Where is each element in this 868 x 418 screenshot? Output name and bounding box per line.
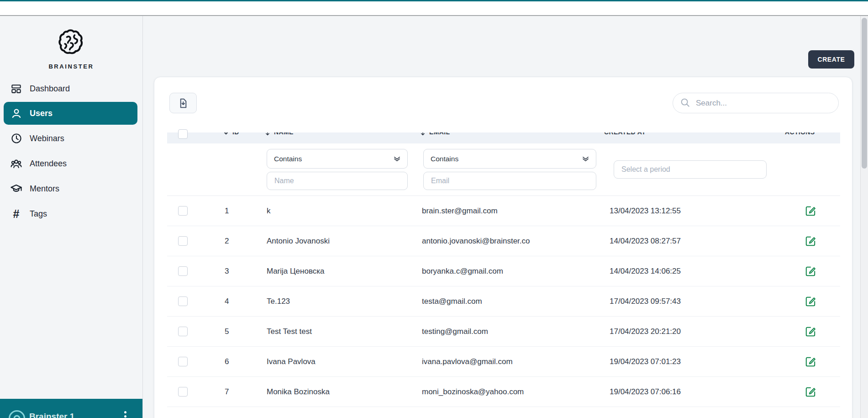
cell-email: antonio.jovanoski@brainster.co — [422, 226, 530, 256]
cell-created-at: 13/04/2023 13:12:55 — [610, 196, 681, 226]
file-download-icon — [177, 97, 189, 109]
row-checkbox[interactable] — [178, 236, 188, 246]
cell-name: k — [267, 196, 271, 226]
filter-row: Contains Contains — [167, 143, 840, 196]
table-body: 1 k brain.ster@gmail.com 13/04/2023 13:1… — [167, 196, 840, 407]
top-bar — [0, 0, 868, 16]
name-filter-operator-select[interactable]: Contains — [267, 149, 408, 169]
table-row: 5 Test Test test testing@gmail.com 17/04… — [167, 317, 840, 347]
sidebar-item-dashboard[interactable]: Dashboard — [4, 77, 137, 100]
period-filter-input[interactable] — [614, 160, 767, 179]
cell-created-at: 17/04/2023 20:21:20 — [610, 317, 681, 347]
edit-row-button[interactable] — [804, 205, 816, 217]
row-checkbox[interactable] — [178, 266, 188, 276]
search-box — [673, 93, 839, 113]
edit-pencil-icon — [805, 265, 816, 277]
cell-name: Ivana Pavlova — [267, 347, 316, 377]
brainster-logo-icon — [56, 28, 87, 59]
cell-name: Antonio Jovanoski — [267, 226, 330, 256]
edit-row-button[interactable] — [804, 356, 816, 368]
cell-id: 7 — [225, 377, 229, 407]
chevron-down-icon — [582, 156, 589, 162]
sidebar-item-label: Dashboard — [30, 84, 70, 94]
table-row: 3 Marija Ценовска boryanka.c@gmail.com 1… — [167, 256, 840, 286]
cell-email: brain.ster@gmail.com — [422, 196, 498, 226]
edit-pencil-icon — [805, 296, 816, 307]
search-input[interactable] — [696, 99, 828, 108]
email-filter-input[interactable] — [423, 172, 596, 190]
cell-created-at: 14/04/2023 08:27:57 — [610, 226, 681, 256]
row-checkbox[interactable] — [178, 387, 188, 397]
account-bar[interactable]: Brainster 1 — [0, 399, 143, 418]
search-icon — [680, 98, 691, 108]
row-checkbox[interactable] — [178, 357, 188, 366]
cell-email: boryanka.c@gmail.com — [422, 256, 503, 286]
cell-name: Test Test test — [267, 317, 312, 347]
user-icon — [10, 107, 22, 120]
edit-row-button[interactable] — [804, 326, 816, 338]
sidebar-item-tags[interactable]: # Tags — [4, 202, 137, 225]
create-button[interactable]: CREATE — [808, 50, 854, 69]
clock-icon — [10, 132, 22, 145]
cell-created-at: 14/04/2023 14:06:25 — [610, 256, 681, 286]
users-table: ID NAME EMAIL CREATED AT — [167, 121, 840, 418]
cell-id: 4 — [225, 286, 229, 317]
cell-email: moni_bozinoska@yahoo.com — [422, 377, 524, 407]
sidebar-item-users[interactable]: Users — [4, 102, 137, 125]
sidebar-item-label: Tags — [30, 209, 47, 219]
kebab-menu-icon[interactable] — [124, 411, 126, 418]
cell-email: ivana.pavlova@gmail.com — [422, 347, 513, 377]
table-row: 6 Ivana Pavlova ivana.pavlova@gmail.com … — [167, 347, 840, 377]
sidebar-item-webinars[interactable]: Webinars — [4, 127, 137, 150]
scrollbar[interactable] — [860, 16, 868, 418]
edit-pencil-icon — [805, 356, 816, 368]
sidebar-item-label: Webinars — [30, 134, 64, 143]
sidebar-item-attendees[interactable]: Attendees — [4, 152, 137, 175]
row-checkbox[interactable] — [178, 129, 188, 139]
users-card: ID NAME EMAIL CREATED AT — [154, 77, 852, 418]
edit-row-button[interactable] — [804, 386, 816, 398]
app-window: BRAINSTER Dashboard Users — [0, 0, 868, 418]
sidebar-item-label: Users — [30, 109, 53, 118]
cell-id: 3 — [225, 256, 229, 286]
edit-row-button[interactable] — [804, 265, 816, 278]
cell-email: testa@gmail.com — [422, 286, 482, 317]
selected-operator: Contains — [274, 155, 302, 163]
people-icon — [10, 158, 22, 170]
edit-row-button[interactable] — [804, 296, 816, 308]
row-checkbox[interactable] — [178, 327, 188, 336]
table-row: 1 k brain.ster@gmail.com 13/04/2023 13:1… — [167, 196, 840, 226]
table-row: 4 Te.123 testa@gmail.com 17/04/2023 09:5… — [167, 286, 840, 317]
graduation-cap-icon — [10, 183, 22, 195]
export-button[interactable] — [169, 93, 197, 113]
sidebar: BRAINSTER Dashboard Users — [0, 16, 143, 418]
cell-id: 1 — [225, 196, 229, 226]
cell-created-at: 17/04/2023 09:57:43 — [610, 286, 681, 317]
edit-pencil-icon — [805, 205, 816, 217]
scrollbar-thumb[interactable] — [862, 18, 867, 169]
avatar-icon — [8, 410, 26, 418]
cell-email: testing@gmail.com — [422, 317, 488, 347]
row-checkbox[interactable] — [178, 296, 188, 306]
brand[interactable]: BRAINSTER — [0, 28, 142, 70]
cell-name: Te.123 — [267, 286, 290, 317]
table-row-partial — [167, 121, 840, 132]
cell-id: 5 — [225, 317, 229, 347]
cell-created-at: 19/04/2023 07:06:16 — [610, 377, 681, 407]
email-filter-operator-select[interactable]: Contains — [423, 149, 596, 169]
row-checkbox[interactable] — [178, 206, 188, 216]
hash-icon: # — [10, 208, 22, 220]
account-name: Brainster 1 — [29, 412, 74, 418]
name-filter-input[interactable] — [267, 172, 408, 190]
sidebar-item-mentors[interactable]: Mentors — [4, 177, 137, 200]
cell-created-at: 19/04/2023 07:01:23 — [610, 347, 681, 377]
edit-row-button[interactable] — [804, 235, 816, 248]
dashboard-icon — [10, 83, 22, 95]
brand-name: BRAINSTER — [0, 63, 142, 70]
cell-name: Monika Bozinoska — [267, 377, 330, 407]
table-row: 7 Monika Bozinoska moni_bozinoska@yahoo.… — [167, 377, 840, 407]
sidebar-item-label: Mentors — [30, 184, 59, 194]
cell-id: 6 — [225, 347, 229, 377]
edit-pencil-icon — [805, 326, 816, 338]
top-accent-bar — [0, 0, 868, 1]
